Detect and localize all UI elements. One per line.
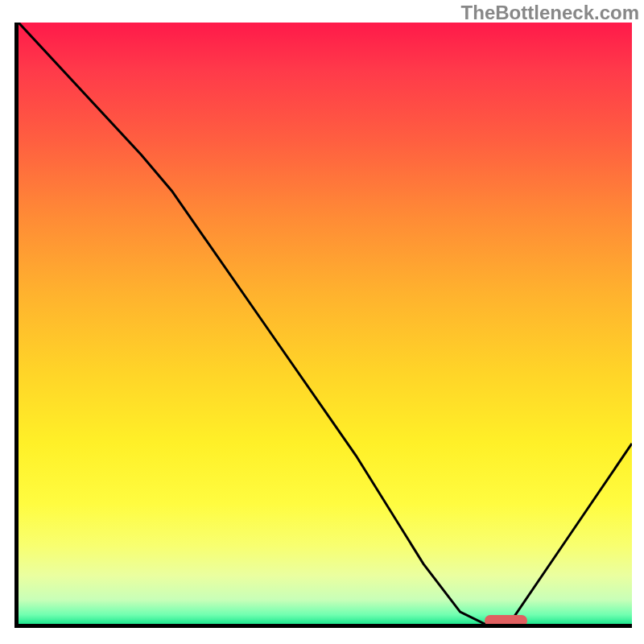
optimal-marker [485,615,527,626]
watermark-text: TheBottleneck.com [461,2,639,24]
bottleneck-curve-path [19,23,632,624]
curve-svg [19,23,632,624]
plot-area [14,23,632,628]
chart-container: TheBottleneck.com [0,0,644,644]
